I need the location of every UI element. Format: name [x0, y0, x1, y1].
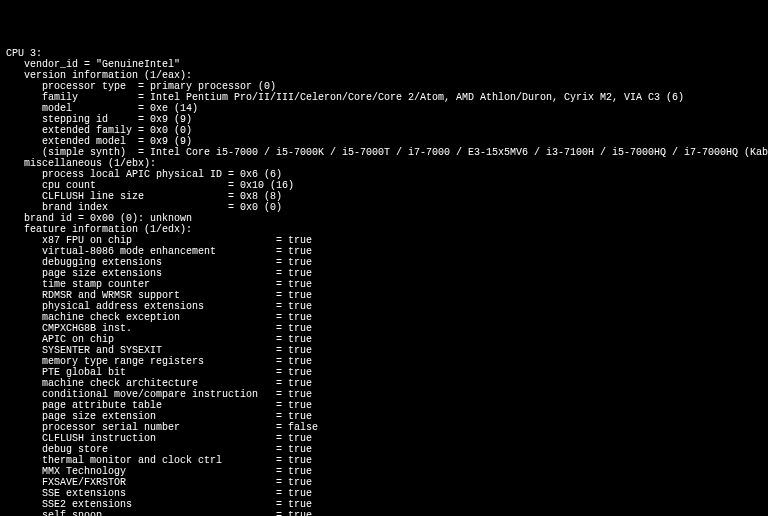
apic-physical-id-line: process local APIC physical ID = 0x6 (6)	[6, 169, 762, 180]
version-info-header: version information (1/eax):	[6, 70, 762, 81]
feature-line-19: debug store = true	[6, 444, 762, 455]
feature-line-4: time stamp counter = true	[6, 279, 762, 290]
terminal-output: CPU 3: vendor_id = "GenuineIntel" versio…	[6, 48, 762, 516]
feature-line-24: SSE2 extensions = true	[6, 499, 762, 510]
feature-line-5: RDMSR and WRMSR support = true	[6, 290, 762, 301]
feature-line-25: self snoop = true	[6, 510, 762, 516]
feature-line-2: debugging extensions = true	[6, 257, 762, 268]
processor-type-line: processor type = primary processor (0)	[6, 81, 762, 92]
feature-line-20: thermal monitor and clock ctrl = true	[6, 455, 762, 466]
feature-line-8: CMPXCHG8B inst. = true	[6, 323, 762, 334]
brand-id-line: brand id = 0x00 (0): unknown	[6, 213, 762, 224]
cpu-header: CPU 3:	[6, 48, 762, 59]
feature-line-23: SSE extensions = true	[6, 488, 762, 499]
feature-line-18: CLFLUSH instruction = true	[6, 433, 762, 444]
feature-line-9: APIC on chip = true	[6, 334, 762, 345]
feature-line-13: machine check architecture = true	[6, 378, 762, 389]
feature-line-7: machine check exception = true	[6, 312, 762, 323]
brand-index-line: brand index = 0x0 (0)	[6, 202, 762, 213]
feature-line-16: page size extension = true	[6, 411, 762, 422]
family-line: family = Intel Pentium Pro/II/III/Celero…	[6, 92, 762, 103]
feature-line-1: virtual-8086 mode enhancement = true	[6, 246, 762, 257]
feature-line-21: MMX Technology = true	[6, 466, 762, 477]
clflush-line-size-line: CLFLUSH line size = 0x8 (8)	[6, 191, 762, 202]
feature-info-header: feature information (1/edx):	[6, 224, 762, 235]
feature-line-0: x87 FPU on chip = true	[6, 235, 762, 246]
feature-line-10: SYSENTER and SYSEXIT = true	[6, 345, 762, 356]
cpu-count-line: cpu count = 0x10 (16)	[6, 180, 762, 191]
feature-line-14: conditional move/compare instruction = t…	[6, 389, 762, 400]
simple-synth-line: (simple synth) = Intel Core i5-7000 / i5…	[6, 147, 762, 158]
feature-line-22: FXSAVE/FXRSTOR = true	[6, 477, 762, 488]
vendor-id-line: vendor_id = "GenuineIntel"	[6, 59, 762, 70]
extended-family-line: extended family = 0x0 (0)	[6, 125, 762, 136]
feature-line-3: page size extensions = true	[6, 268, 762, 279]
feature-line-11: memory type range registers = true	[6, 356, 762, 367]
stepping-id-line: stepping id = 0x9 (9)	[6, 114, 762, 125]
feature-line-15: page attribute table = true	[6, 400, 762, 411]
feature-line-17: processor serial number = false	[6, 422, 762, 433]
miscellaneous-header: miscellaneous (1/ebx):	[6, 158, 762, 169]
model-line: model = 0xe (14)	[6, 103, 762, 114]
feature-line-12: PTE global bit = true	[6, 367, 762, 378]
feature-line-6: physical address extensions = true	[6, 301, 762, 312]
extended-model-line: extended model = 0x9 (9)	[6, 136, 762, 147]
